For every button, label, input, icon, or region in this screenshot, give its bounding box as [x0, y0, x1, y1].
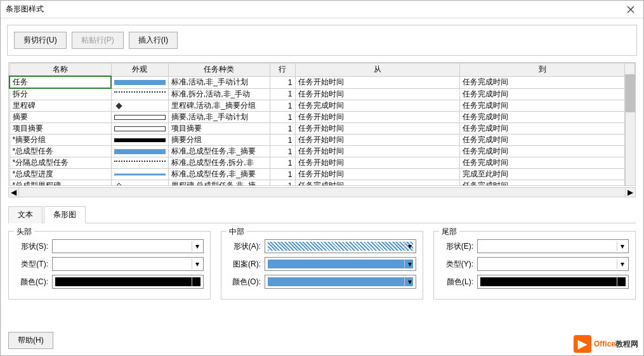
- horizontal-scrollbar[interactable]: ◀ ▶: [8, 187, 636, 197]
- help-button[interactable]: 帮助(H): [8, 332, 53, 349]
- watermark-brand1: Office: [594, 340, 615, 348]
- shape-e-combo[interactable]: ▾: [477, 239, 629, 253]
- color-c-label: 颜色(C):: [15, 277, 52, 287]
- cut-row-button[interactable]: 剪切行(U): [14, 32, 67, 49]
- head-legend: 头部: [14, 227, 34, 237]
- chevron-down-icon[interactable]: ▾: [404, 241, 414, 251]
- shape-s-combo[interactable]: ▾: [52, 239, 204, 253]
- chevron-down-icon[interactable]: ▾: [192, 259, 202, 269]
- shape-a-combo[interactable]: ▾: [265, 239, 416, 253]
- chevron-down-icon[interactable]: ▾: [617, 241, 627, 251]
- tab-bar[interactable]: 条形图: [44, 206, 86, 223]
- paste-row-button: 粘贴行(P): [72, 32, 124, 49]
- bar-styles-grid[interactable]: 名称 外观 任务种类 行 从 到 任务标准,活动,非_手动计划1任务开始时间任务…: [8, 62, 636, 186]
- type-y-label: 类型(Y):: [440, 259, 477, 270]
- table-row[interactable]: 摘要摘要,活动,非_手动计划1任务开始时间任务完成时间: [10, 112, 635, 123]
- color-c-combo[interactable]: ▾: [52, 275, 204, 289]
- titlebar: 条形图样式: [1, 1, 643, 18]
- chevron-down-icon[interactable]: ▾: [404, 277, 414, 287]
- chevron-down-icon[interactable]: ▾: [192, 277, 202, 287]
- header-row[interactable]: 行: [270, 63, 295, 77]
- close-button[interactable]: [618, 1, 643, 18]
- table-row[interactable]: *摘要分组摘要分组1任务开始时间任务完成时间: [10, 135, 635, 146]
- color-o-combo[interactable]: ▾: [265, 275, 416, 289]
- chevron-down-icon[interactable]: ▾: [404, 259, 414, 269]
- chevron-down-icon[interactable]: ▾: [617, 277, 627, 287]
- tail-legend: 尾部: [439, 227, 459, 237]
- insert-row-button[interactable]: 插入行(I): [129, 32, 178, 49]
- table-row[interactable]: *总成型进度标准,总成型任务,非_摘要1任务开始时间完成至此时间: [10, 169, 635, 180]
- header-name[interactable]: 名称: [10, 63, 111, 77]
- tail-section: 尾部 形状(E):▾ 类型(Y):▾ 颜色(L):▾: [433, 231, 636, 300]
- tab-text[interactable]: 文本: [8, 206, 43, 223]
- header-from[interactable]: 从: [295, 63, 460, 77]
- color-l-combo[interactable]: ▾: [477, 275, 629, 289]
- head-section: 头部 形状(S):▾ 类型(T):▾ 颜色(C):▾: [8, 231, 211, 300]
- table-row[interactable]: *总成型任务标准,总成型任务,非_摘要1任务开始时间任务完成时间: [10, 146, 635, 157]
- table-row[interactable]: *分隔总成型任务标准,总成型任务,拆分,非1任务开始时间任务完成时间: [10, 157, 635, 169]
- type-t-combo[interactable]: ▾: [52, 257, 204, 271]
- table-row[interactable]: 项目摘要项目摘要1任务开始时间任务完成时间: [10, 123, 635, 135]
- close-icon: [627, 6, 634, 13]
- table-row[interactable]: 里程碑里程碑,活动,非_摘要分组1任务完成时间任务完成时间: [10, 100, 635, 112]
- table-row[interactable]: 任务标准,活动,非_手动计划1任务开始时间任务完成时间: [10, 76, 635, 88]
- watermark-icon: ▶: [574, 335, 591, 353]
- table-row[interactable]: *总成型里程碑里程碑,总成型任务,非_摘1任务完成时间任务完成时间: [10, 180, 635, 187]
- scroll-right-icon[interactable]: ▶: [625, 188, 635, 197]
- type-t-label: 类型(T):: [15, 259, 52, 270]
- header-appearance[interactable]: 外观: [111, 63, 168, 77]
- pattern-r-label: 图案(R):: [228, 259, 265, 270]
- scroll-left-icon[interactable]: ◀: [9, 188, 19, 197]
- type-y-combo[interactable]: ▾: [477, 257, 629, 271]
- header-to[interactable]: 到: [460, 63, 625, 77]
- toolbar: 剪切行(U) 粘贴行(P) 插入行(I): [7, 25, 637, 56]
- middle-section: 中部 形状(A):▾ 图案(R):▾ 颜色(O):▾: [221, 231, 423, 300]
- middle-legend: 中部: [227, 227, 247, 237]
- chevron-down-icon[interactable]: ▾: [192, 241, 202, 251]
- watermark-brand2: 教程网: [615, 339, 638, 350]
- header-tasktype[interactable]: 任务种类: [168, 63, 270, 77]
- shape-e-label: 形状(E):: [440, 241, 477, 252]
- shape-a-label: 形状(A):: [228, 241, 265, 252]
- tabs: 文本 条形图: [8, 206, 636, 223]
- vertical-scrollbar[interactable]: [625, 74, 635, 185]
- pattern-r-combo[interactable]: ▾: [265, 257, 416, 271]
- window-title: 条形图样式: [6, 4, 618, 15]
- color-l-label: 颜色(L):: [440, 277, 477, 287]
- color-o-label: 颜色(O):: [228, 277, 265, 287]
- watermark: ▶ Office教程网: [574, 335, 638, 353]
- chevron-down-icon[interactable]: ▾: [617, 259, 627, 269]
- shape-s-label: 形状(S):: [15, 241, 52, 252]
- table-row[interactable]: 拆分标准,拆分,活动,非_手动1任务开始时间任务完成时间: [10, 88, 635, 100]
